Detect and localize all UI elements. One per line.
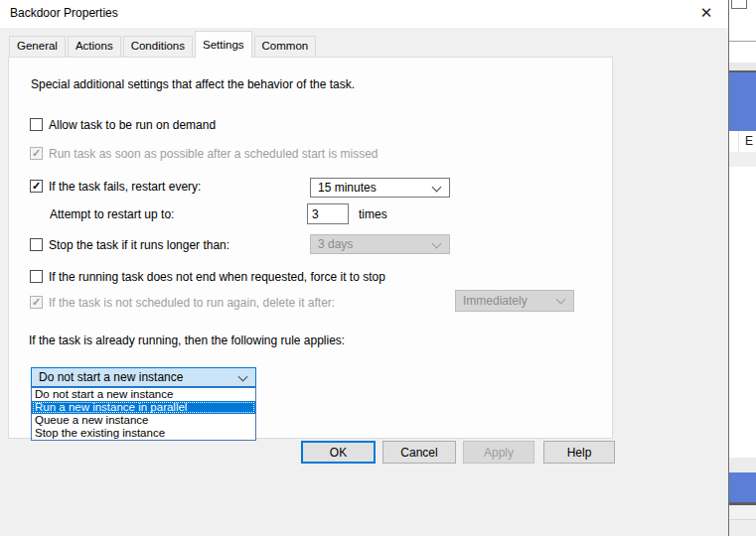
properties-dialog: Backdoor Properties ✕ General Actions Co… (0, 0, 728, 536)
panel-description: Special additional settings that affect … (31, 77, 355, 91)
background-window: E (728, 0, 756, 536)
checkbox-label: If the running task does not end when re… (49, 270, 385, 284)
background-scroll-corner (731, 0, 747, 9)
chevron-down-icon (556, 295, 566, 305)
tab-conditions[interactable]: Conditions (123, 36, 193, 57)
restart-interval-value: 15 minutes (318, 181, 377, 195)
dialog-title: Backdoor Properties (10, 6, 118, 20)
checkbox-row-delete-after: ✓ If the task is not scheduled to run ag… (30, 295, 335, 310)
checkbox-row-run-asap: ✓ Run task as soon as possible after a s… (30, 146, 378, 161)
checkbox-run-asap: ✓ (30, 147, 43, 160)
checkbox-label: Run task as soon as possible after a sch… (49, 147, 378, 161)
checkbox-label: Allow task to be run on demand (49, 118, 216, 132)
ok-button[interactable]: OK (301, 441, 376, 464)
screen: E Backdoor Properties ✕ General Actions … (0, 0, 756, 536)
close-icon[interactable]: ✕ (692, 1, 720, 25)
stop-duration-value: 3 days (318, 237, 353, 251)
attempts-input[interactable] (307, 203, 349, 224)
checkbox-restart: ✓ (30, 180, 43, 193)
apply-button: Apply (463, 441, 534, 464)
checkbox-label: Stop the task if it runs longer than: (49, 238, 229, 252)
checkbox-allow-demand (30, 118, 43, 131)
already-running-label: If the task is already running, then the… (29, 334, 345, 347)
background-column-header (729, 63, 756, 70)
background-row-2 (729, 505, 756, 519)
option-stop-existing[interactable]: Stop the existing instance (32, 427, 255, 440)
checkbox-stop-long (30, 238, 43, 251)
background-gray-row (729, 152, 756, 167)
background-cell-row: E (729, 131, 756, 152)
dialog-body: General Actions Conditions Settings Comm… (0, 28, 728, 536)
background-selected-block-2 (729, 472, 756, 502)
checkbox-row-allow-demand[interactable]: Allow task to be run on demand (30, 117, 216, 132)
tab-settings[interactable]: Settings (195, 31, 252, 58)
delete-delay-value: Immediately (463, 294, 528, 308)
title-bar: Backdoor Properties ✕ (0, 0, 728, 28)
stop-duration-dropdown: 3 days (310, 234, 450, 254)
checkbox-delete-after: ✓ (30, 296, 43, 309)
background-cell-border (738, 131, 739, 152)
restart-interval-dropdown[interactable]: 15 minutes (310, 178, 450, 198)
tab-actions[interactable]: Actions (68, 36, 121, 57)
chevron-down-icon (432, 239, 442, 249)
option-run-parallel[interactable]: Run a new instance in parallel (32, 401, 255, 414)
tab-common[interactable]: Common (254, 36, 317, 57)
settings-panel: Special additional settings that affect … (8, 57, 613, 439)
chevron-down-icon (432, 183, 442, 193)
checkbox-force-stop (30, 270, 43, 283)
option-queue[interactable]: Queue a new instance (32, 414, 255, 427)
chevron-down-icon (238, 372, 248, 382)
checkbox-row-force-stop[interactable]: If the running task does not end when re… (30, 269, 385, 284)
checkbox-row-stop-long[interactable]: Stop the task if it runs longer than: (30, 237, 229, 252)
checkbox-label: If the task fails, restart every: (49, 180, 201, 194)
checkbox-label: If the task is not scheduled to run agai… (49, 296, 335, 310)
tab-general[interactable]: General (9, 36, 66, 57)
cancel-button[interactable]: Cancel (382, 441, 456, 464)
background-cell-text: E (745, 134, 753, 148)
option-do-not-start[interactable]: Do not start a new instance (32, 388, 255, 401)
already-running-dropdown[interactable]: Do not start a new instance (31, 367, 256, 387)
delete-delay-dropdown: Immediately (455, 290, 574, 312)
help-button[interactable]: Help (543, 441, 615, 464)
tab-strip: General Actions Conditions Settings Comm… (9, 31, 318, 57)
background-divider (729, 41, 756, 42)
already-running-option-list: Do not start a new instance Run a new in… (31, 387, 256, 441)
background-selected-block (729, 72, 756, 131)
background-gray-strip (729, 458, 756, 472)
attempts-suffix: times (359, 207, 387, 221)
attempts-label: Attempt to restart up to: (50, 207, 174, 221)
checkbox-row-restart[interactable]: ✓ If the task fails, restart every: (30, 179, 201, 194)
already-running-value: Do not start a new instance (39, 370, 183, 384)
background-row-3 (729, 520, 756, 536)
